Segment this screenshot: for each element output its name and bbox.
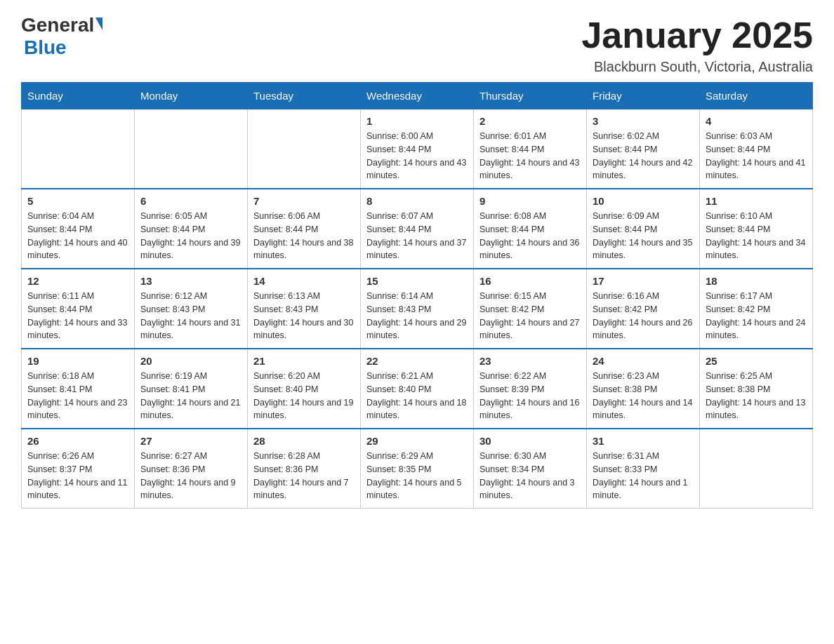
page-header: General Blue January 2025 Blackburn Sout… (21, 14, 813, 75)
table-row: 31Sunrise: 6:31 AMSunset: 8:33 PMDayligh… (587, 429, 700, 509)
table-row: 9Sunrise: 6:08 AMSunset: 8:44 PMDaylight… (474, 189, 587, 269)
table-row: 11Sunrise: 6:10 AMSunset: 8:44 PMDayligh… (700, 189, 813, 269)
day-info: Sunrise: 6:08 AMSunset: 8:44 PMDaylight:… (479, 210, 581, 262)
table-row: 24Sunrise: 6:23 AMSunset: 8:38 PMDayligh… (587, 349, 700, 429)
table-row: 15Sunrise: 6:14 AMSunset: 8:43 PMDayligh… (361, 269, 474, 349)
day-number: 18 (706, 275, 807, 287)
day-info: Sunrise: 6:28 AMSunset: 8:36 PMDaylight:… (253, 450, 355, 502)
day-number: 8 (366, 195, 468, 207)
day-number: 20 (140, 355, 241, 367)
day-info: Sunrise: 6:25 AMSunset: 8:38 PMDaylight:… (706, 370, 807, 422)
day-info: Sunrise: 6:21 AMSunset: 8:40 PMDaylight:… (366, 370, 468, 422)
table-row (248, 109, 361, 189)
table-row: 26Sunrise: 6:26 AMSunset: 8:37 PMDayligh… (22, 429, 135, 509)
table-row: 30Sunrise: 6:30 AMSunset: 8:34 PMDayligh… (474, 429, 587, 509)
table-row: 13Sunrise: 6:12 AMSunset: 8:43 PMDayligh… (135, 269, 248, 349)
day-number: 5 (27, 195, 128, 207)
day-number: 22 (366, 355, 468, 367)
logo-triangle-icon (95, 18, 102, 30)
day-info: Sunrise: 6:02 AMSunset: 8:44 PMDaylight:… (593, 130, 694, 182)
day-info: Sunrise: 6:26 AMSunset: 8:37 PMDaylight:… (27, 450, 128, 502)
day-info: Sunrise: 6:31 AMSunset: 8:33 PMDaylight:… (593, 450, 694, 502)
day-number: 26 (27, 435, 128, 447)
day-info: Sunrise: 6:03 AMSunset: 8:44 PMDaylight:… (706, 130, 807, 182)
table-row: 3Sunrise: 6:02 AMSunset: 8:44 PMDaylight… (587, 109, 700, 189)
month-title: January 2025 (581, 14, 813, 56)
calendar-week-row: 1Sunrise: 6:00 AMSunset: 8:44 PMDaylight… (22, 109, 813, 189)
day-info: Sunrise: 6:04 AMSunset: 8:44 PMDaylight:… (27, 210, 128, 262)
day-info: Sunrise: 6:27 AMSunset: 8:36 PMDaylight:… (140, 450, 241, 502)
day-number: 31 (593, 435, 694, 447)
day-number: 13 (140, 275, 241, 287)
day-info: Sunrise: 6:07 AMSunset: 8:44 PMDaylight:… (366, 210, 468, 262)
table-row: 27Sunrise: 6:27 AMSunset: 8:36 PMDayligh… (135, 429, 248, 509)
day-info: Sunrise: 6:29 AMSunset: 8:35 PMDaylight:… (366, 450, 468, 502)
table-row: 21Sunrise: 6:20 AMSunset: 8:40 PMDayligh… (248, 349, 361, 429)
day-info: Sunrise: 6:15 AMSunset: 8:42 PMDaylight:… (479, 290, 581, 342)
table-row: 10Sunrise: 6:09 AMSunset: 8:44 PMDayligh… (587, 189, 700, 269)
day-number: 10 (593, 195, 694, 207)
table-row: 17Sunrise: 6:16 AMSunset: 8:42 PMDayligh… (587, 269, 700, 349)
header-row: Sunday Monday Tuesday Wednesday Thursday… (22, 83, 813, 109)
day-info: Sunrise: 6:00 AMSunset: 8:44 PMDaylight:… (366, 130, 468, 182)
day-number: 25 (706, 355, 807, 367)
day-number: 15 (366, 275, 468, 287)
day-number: 1 (366, 115, 468, 127)
day-number: 12 (27, 275, 128, 287)
day-number: 16 (479, 275, 581, 287)
table-row: 25Sunrise: 6:25 AMSunset: 8:38 PMDayligh… (700, 349, 813, 429)
day-number: 27 (140, 435, 241, 447)
location: Blackburn South, Victoria, Australia (581, 59, 813, 75)
calendar-week-row: 12Sunrise: 6:11 AMSunset: 8:44 PMDayligh… (22, 269, 813, 349)
day-number: 3 (593, 115, 694, 127)
day-info: Sunrise: 6:01 AMSunset: 8:44 PMDaylight:… (479, 130, 581, 182)
day-info: Sunrise: 6:18 AMSunset: 8:41 PMDaylight:… (27, 370, 128, 422)
table-row: 4Sunrise: 6:03 AMSunset: 8:44 PMDaylight… (700, 109, 813, 189)
table-row: 16Sunrise: 6:15 AMSunset: 8:42 PMDayligh… (474, 269, 587, 349)
calendar-week-row: 19Sunrise: 6:18 AMSunset: 8:41 PMDayligh… (22, 349, 813, 429)
day-info: Sunrise: 6:20 AMSunset: 8:40 PMDaylight:… (253, 370, 355, 422)
day-info: Sunrise: 6:22 AMSunset: 8:39 PMDaylight:… (479, 370, 581, 422)
day-info: Sunrise: 6:13 AMSunset: 8:43 PMDaylight:… (253, 290, 355, 342)
table-row (135, 109, 248, 189)
day-info: Sunrise: 6:23 AMSunset: 8:38 PMDaylight:… (593, 370, 694, 422)
table-row: 5Sunrise: 6:04 AMSunset: 8:44 PMDaylight… (22, 189, 135, 269)
table-row: 18Sunrise: 6:17 AMSunset: 8:42 PMDayligh… (700, 269, 813, 349)
day-number: 14 (253, 275, 355, 287)
table-row: 19Sunrise: 6:18 AMSunset: 8:41 PMDayligh… (22, 349, 135, 429)
table-row: 23Sunrise: 6:22 AMSunset: 8:39 PMDayligh… (474, 349, 587, 429)
col-tuesday: Tuesday (248, 83, 361, 109)
logo: General Blue (21, 14, 102, 59)
day-number: 4 (706, 115, 807, 127)
table-row: 12Sunrise: 6:11 AMSunset: 8:44 PMDayligh… (22, 269, 135, 349)
table-row: 2Sunrise: 6:01 AMSunset: 8:44 PMDaylight… (474, 109, 587, 189)
table-row: 20Sunrise: 6:19 AMSunset: 8:41 PMDayligh… (135, 349, 248, 429)
day-number: 30 (479, 435, 581, 447)
table-row: 7Sunrise: 6:06 AMSunset: 8:44 PMDaylight… (248, 189, 361, 269)
day-info: Sunrise: 6:17 AMSunset: 8:42 PMDaylight:… (706, 290, 807, 342)
day-number: 21 (253, 355, 355, 367)
table-row (700, 429, 813, 509)
day-info: Sunrise: 6:10 AMSunset: 8:44 PMDaylight:… (706, 210, 807, 262)
day-number: 29 (366, 435, 468, 447)
day-info: Sunrise: 6:30 AMSunset: 8:34 PMDaylight:… (479, 450, 581, 502)
day-info: Sunrise: 6:16 AMSunset: 8:42 PMDaylight:… (593, 290, 694, 342)
table-row: 8Sunrise: 6:07 AMSunset: 8:44 PMDaylight… (361, 189, 474, 269)
day-info: Sunrise: 6:06 AMSunset: 8:44 PMDaylight:… (253, 210, 355, 262)
day-number: 28 (253, 435, 355, 447)
day-number: 7 (253, 195, 355, 207)
table-row: 1Sunrise: 6:00 AMSunset: 8:44 PMDaylight… (361, 109, 474, 189)
day-info: Sunrise: 6:14 AMSunset: 8:43 PMDaylight:… (366, 290, 468, 342)
col-sunday: Sunday (22, 83, 135, 109)
day-info: Sunrise: 6:19 AMSunset: 8:41 PMDaylight:… (140, 370, 241, 422)
table-row: 14Sunrise: 6:13 AMSunset: 8:43 PMDayligh… (248, 269, 361, 349)
col-saturday: Saturday (700, 83, 813, 109)
day-number: 19 (27, 355, 128, 367)
day-number: 17 (593, 275, 694, 287)
table-row: 28Sunrise: 6:28 AMSunset: 8:36 PMDayligh… (248, 429, 361, 509)
table-row: 22Sunrise: 6:21 AMSunset: 8:40 PMDayligh… (361, 349, 474, 429)
calendar-table: Sunday Monday Tuesday Wednesday Thursday… (21, 82, 813, 509)
day-number: 2 (479, 115, 581, 127)
logo-blue-text: Blue (24, 36, 67, 58)
day-number: 23 (479, 355, 581, 367)
